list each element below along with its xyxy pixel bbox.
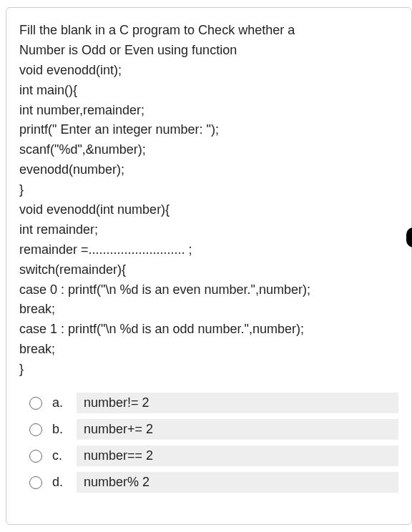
options-list: a. number!= 2 b. number+= 2 c. number== … (19, 393, 403, 493)
question-line: remainder =........................... ; (19, 240, 403, 260)
option-letter: a. (52, 395, 67, 410)
option-text: number+= 2 (77, 419, 398, 440)
question-line: Number is Odd or Even using function (19, 41, 403, 61)
next-arrow-icon[interactable] (406, 227, 412, 247)
option-c[interactable]: c. number== 2 (29, 445, 398, 466)
option-letter: c. (52, 448, 67, 463)
option-d[interactable]: d. number% 2 (29, 472, 398, 493)
option-a[interactable]: a. number!= 2 (29, 393, 398, 413)
option-letter: d. (52, 475, 67, 490)
radio-icon[interactable] (29, 423, 42, 436)
question-text-block: Fill the blank in a C program to Check w… (19, 21, 403, 380)
radio-icon[interactable] (29, 476, 42, 489)
option-text: number== 2 (77, 445, 398, 466)
option-text: number% 2 (77, 472, 398, 493)
question-line: } (19, 360, 403, 380)
question-line: scanf("%d",&number); (19, 140, 403, 160)
question-line: case 0 : printf("\n %d is an even number… (19, 280, 403, 300)
option-letter: b. (52, 422, 67, 437)
option-b[interactable]: b. number+= 2 (29, 419, 398, 440)
question-line: switch(remainder){ (19, 260, 403, 280)
question-line: break; (19, 300, 403, 320)
radio-icon[interactable] (29, 397, 42, 410)
question-line: int number,remainder; (19, 101, 403, 121)
question-line: void evenodd(int); (19, 61, 403, 81)
question-line: int main(){ (19, 81, 403, 101)
question-line: printf(" Enter an integer number: "); (19, 120, 403, 140)
question-line: case 1 : printf("\n %d is an odd number.… (19, 320, 403, 340)
question-line: } (19, 180, 403, 200)
option-text: number!= 2 (77, 393, 398, 413)
question-line: void evenodd(int number){ (19, 200, 403, 220)
question-line: Fill the blank in a C program to Check w… (19, 21, 403, 41)
radio-icon[interactable] (29, 450, 42, 463)
question-line: evenodd(number); (19, 160, 403, 180)
question-card: Fill the blank in a C program to Check w… (6, 7, 412, 525)
question-line: break; (19, 340, 403, 360)
question-line: int remainder; (19, 220, 403, 240)
